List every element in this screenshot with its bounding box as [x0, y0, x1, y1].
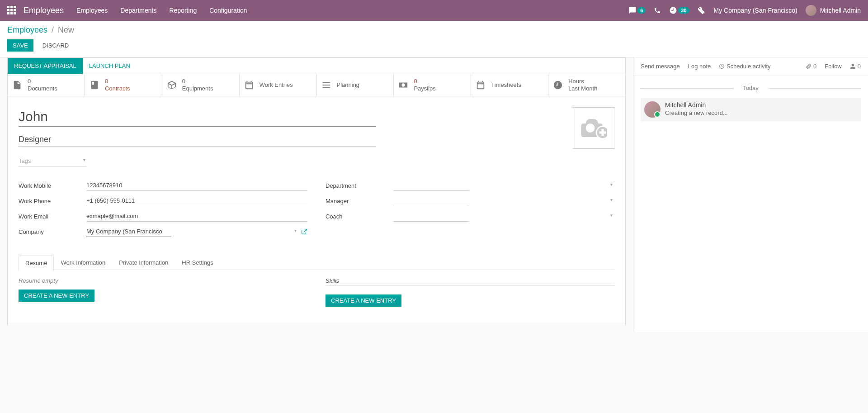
- stat-equipments[interactable]: 0Equipments: [162, 74, 240, 96]
- stat-payslips[interactable]: 0Payslips: [394, 74, 471, 96]
- resume-empty-text: Resumé empty: [19, 277, 307, 284]
- form-sheet: 0Documents 0Contracts 0Equipments Work E…: [7, 74, 626, 325]
- create-resume-entry-button[interactable]: CREATE A NEW ENTRY: [19, 290, 94, 302]
- manager-select[interactable]: [393, 195, 469, 206]
- menu-departments[interactable]: Departments: [120, 7, 156, 14]
- book-icon: [90, 80, 101, 90]
- tasks-icon: [321, 80, 333, 90]
- coach-label: Coach: [326, 213, 393, 220]
- stat-buttons: 0Documents 0Contracts 0Equipments Work E…: [8, 74, 625, 96]
- company-external-link-icon[interactable]: [301, 228, 307, 235]
- work-mobile-label: Work Mobile: [19, 182, 86, 189]
- tab-work-information[interactable]: Work Information: [54, 255, 112, 270]
- tab-resume[interactable]: Resumé: [19, 256, 54, 270]
- discard-button[interactable]: DISCARD: [37, 39, 75, 52]
- stat-work-entries[interactable]: Work Entries: [240, 74, 317, 96]
- name-input[interactable]: [19, 107, 376, 127]
- cubes-icon: [167, 80, 179, 90]
- breadcrumb-root[interactable]: Employees: [7, 25, 47, 34]
- department-select[interactable]: [393, 180, 469, 191]
- form-tabs: Resumé Work Information Private Informat…: [19, 255, 614, 270]
- work-email-label: Work Email: [19, 213, 86, 220]
- activities-badge: 30: [678, 7, 689, 14]
- menu-employees[interactable]: Employees: [76, 7, 108, 14]
- tab-private-information[interactable]: Private Information: [112, 255, 175, 270]
- job-title-input[interactable]: [19, 133, 376, 147]
- department-label: Department: [326, 182, 393, 189]
- stat-contracts[interactable]: 0Contracts: [85, 74, 162, 96]
- launch-plan-button[interactable]: LAUNCH PLAN: [83, 58, 137, 74]
- coach-select[interactable]: [393, 211, 469, 222]
- work-phone-input[interactable]: [86, 195, 307, 206]
- apps-icon[interactable]: [7, 6, 16, 15]
- tags-input[interactable]: Tags: [19, 156, 86, 166]
- breadcrumb-current: New: [58, 25, 74, 34]
- message-avatar-icon: [644, 101, 660, 118]
- clock-icon: [553, 80, 565, 90]
- phone-icon[interactable]: [654, 7, 661, 14]
- brand-title: Employees: [24, 6, 64, 15]
- control-bar: Employees / New SAVE DISCARD: [0, 21, 868, 57]
- document-icon: [12, 80, 24, 90]
- user-name: Mitchell Admin: [820, 7, 861, 14]
- user-menu[interactable]: Mitchell Admin: [806, 5, 861, 16]
- work-phone-label: Work Phone: [19, 198, 86, 204]
- calendar2-icon: [476, 80, 487, 90]
- company-label: Company: [19, 228, 86, 235]
- menu-configuration[interactable]: Configuration: [209, 7, 247, 14]
- breadcrumb: Employees / New: [7, 25, 861, 35]
- create-skill-entry-button[interactable]: CREATE A NEW ENTRY: [326, 294, 401, 307]
- money-icon: [398, 80, 410, 90]
- breadcrumb-sep: /: [52, 25, 54, 34]
- activities-icon[interactable]: 30: [669, 6, 689, 14]
- followers-count[interactable]: 0: [850, 63, 861, 70]
- user-avatar-icon: [806, 5, 816, 16]
- message-author: Mitchell Admin: [665, 101, 728, 109]
- send-message-button[interactable]: Send message: [641, 63, 680, 70]
- calendar-icon: [244, 80, 256, 90]
- work-mobile-input[interactable]: [86, 180, 307, 191]
- tab-hr-settings[interactable]: HR Settings: [175, 255, 220, 270]
- chatter-day-separator: Today: [641, 85, 861, 91]
- company-select[interactable]: [86, 226, 171, 237]
- work-email-input[interactable]: [86, 211, 307, 222]
- attachments-count[interactable]: 0: [806, 63, 816, 70]
- company-selector[interactable]: My Company (San Francisco): [714, 7, 797, 14]
- log-note-button[interactable]: Log note: [688, 63, 711, 70]
- messages-badge: 6: [637, 7, 646, 14]
- stat-planning[interactable]: Planning: [317, 74, 394, 96]
- messages-icon[interactable]: 6: [628, 6, 646, 14]
- schedule-activity-button[interactable]: Schedule activity: [719, 63, 770, 70]
- skills-label: Skills: [326, 277, 614, 285]
- chatter-message: Mitchell Admin Creating a new record...: [641, 98, 861, 121]
- debug-icon[interactable]: [698, 6, 706, 14]
- request-appraisal-button[interactable]: REQUEST APPRAISAL: [8, 58, 83, 74]
- status-bar: REQUEST APPRAISAL LAUNCH PLAN: [7, 57, 626, 74]
- save-button[interactable]: SAVE: [7, 39, 33, 52]
- stat-documents[interactable]: 0Documents: [8, 74, 85, 96]
- stat-last-month[interactable]: HoursLast Month: [548, 74, 625, 96]
- top-nav: Employees Employees Departments Reportin…: [0, 0, 868, 21]
- stat-timesheets[interactable]: Timesheets: [471, 74, 548, 96]
- chatter: Send message Log note Schedule activity …: [633, 57, 868, 332]
- follow-button[interactable]: Follow: [825, 63, 842, 70]
- manager-label: Manager: [326, 198, 393, 204]
- message-text: Creating a new record...: [665, 109, 728, 116]
- main-menu: Employees Departments Reporting Configur…: [76, 7, 247, 14]
- menu-reporting[interactable]: Reporting: [169, 7, 197, 14]
- employee-image[interactable]: [573, 107, 614, 149]
